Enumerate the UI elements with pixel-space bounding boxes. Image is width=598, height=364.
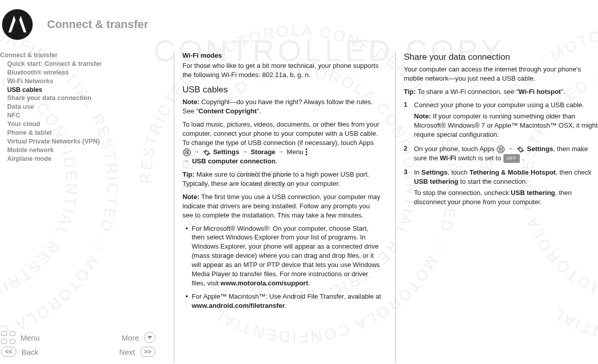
toc-item[interactable]: Share your data connection (0, 94, 159, 103)
column-divider (395, 51, 396, 362)
list-item: On your phone, touch Apps → Settings, th… (404, 144, 598, 163)
gear-icon (517, 145, 524, 153)
usb-howto-text: To load music, pictures, videos, documen… (182, 120, 382, 166)
nav-footer: Menu More << Back Next >> (0, 330, 158, 358)
share-data-intro: Your computer can access the internet th… (404, 65, 598, 83)
usb-tip: Tip: Make sure to connect the phone to a… (182, 170, 382, 188)
usb-note2: Note: The first time you use a USB conne… (182, 192, 382, 220)
share-data-tip: Tip: To share a Wi-Fi connection, see "W… (404, 87, 598, 96)
list-item: For Apple™ Macintosh™: Use Android File … (182, 292, 382, 310)
motorola-logo-icon (2, 9, 33, 40)
toc-item[interactable]: Quick start: Connect & transfer (0, 60, 159, 68)
toc-item[interactable]: Airplane mode (0, 155, 159, 163)
toc-item-current[interactable]: USB cables (0, 86, 159, 94)
list-item: For Microsoft® Windows®: On your compute… (182, 224, 382, 288)
column-divider (174, 51, 174, 362)
page-header: Connect & transfer (0, 9, 598, 40)
menu-label: Menu (20, 333, 40, 342)
usb-os-list: For Microsoft® Windows®: On your compute… (182, 224, 382, 310)
next-chevron-icon: >> (140, 347, 155, 357)
toc-item[interactable]: Wi-Fi Networks (0, 77, 159, 86)
toc-item[interactable]: Bluetooth® wireless (0, 68, 159, 77)
table-of-contents: Connect & transfer Quick start: Connect … (0, 51, 159, 163)
gear-icon (203, 149, 211, 156)
toc-item[interactable]: Your cloud (0, 120, 159, 129)
usb-cables-heading: USB cables (182, 84, 382, 95)
wifi-modes-heading: Wi-Fi modes (182, 51, 382, 60)
list-item: In Settings, touch Tethering & Mobile Ho… (404, 168, 598, 207)
more-dropdown-icon (144, 332, 155, 343)
back-button[interactable]: << Back (1, 347, 38, 357)
menu-grid-icon (1, 331, 15, 344)
usb-note: Note: Copyright—do you have the right? A… (182, 98, 382, 116)
menu-button[interactable]: Menu (1, 331, 40, 344)
wifi-off-switch-icon: OFF (503, 154, 520, 162)
list-item: Connect your phone to your computer usin… (404, 101, 598, 139)
apps-icon (183, 149, 191, 156)
toc-item[interactable]: Connect & transfer (0, 51, 159, 60)
apps-icon (497, 145, 504, 153)
next-button[interactable]: Next >> (119, 347, 155, 357)
overflow-menu-icon (306, 149, 307, 155)
share-data-heading: Share your data connection (404, 51, 598, 63)
toc-item[interactable]: Mobile network (0, 146, 159, 155)
toc-item[interactable]: NFC (0, 111, 159, 120)
wifi-modes-text: For those who like to get a bit more tec… (182, 61, 382, 80)
share-data-steps: Connect your phone to your computer usin… (404, 101, 598, 206)
toc-item[interactable]: Virtual Private Networks (VPN) (0, 137, 159, 146)
back-chevron-icon: << (1, 347, 16, 357)
toc-item[interactable]: Data use (0, 103, 159, 111)
more-label: More (122, 333, 139, 342)
next-label: Next (119, 348, 135, 356)
page-title: Connect & transfer (47, 18, 148, 31)
toc-item[interactable]: Phone & tablet (0, 129, 159, 137)
back-label: Back (21, 348, 38, 356)
more-button[interactable]: More (122, 332, 155, 343)
